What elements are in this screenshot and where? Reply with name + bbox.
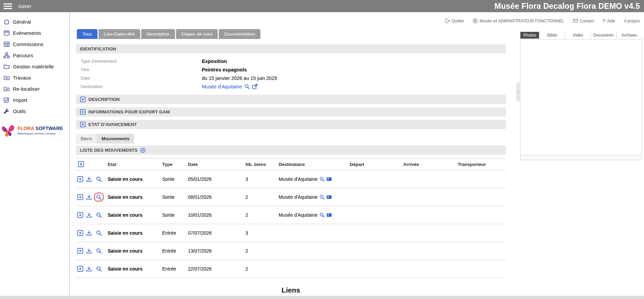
add-row-icon[interactable] [78,161,84,167]
topbar-menu-gerer[interactable]: Gérer [18,3,31,9]
cell-date: 22/07/2026 [188,266,245,272]
search-icon[interactable] [319,212,325,218]
sidebar: Général Evènements Commissions Parcours … [0,12,70,296]
view-search-icon[interactable] [95,265,103,273]
media-viewer [520,39,642,155]
field-value: Peintres espagnols [202,67,247,72]
collapsed-sections: DESCRIPTION INFORMATIONS POUR EXPORT GAM… [76,95,506,129]
hamburger-menu-icon[interactable] [3,3,12,9]
tab[interactable]: Documentation [219,29,260,39]
external-link-icon[interactable] [252,84,258,89]
field-row-type: Type d'évènement Exposition [76,57,506,65]
about-button[interactable]: A propos [624,19,640,23]
view-search-icon[interactable] [95,229,103,237]
import-icon[interactable] [86,176,92,182]
column-header: Transporteur [458,162,506,167]
subtabs: Biens Mouvements [76,134,506,144]
horizontal-scrollbar[interactable] [0,296,644,299]
subtab-label: Biens [81,136,92,141]
media-tab[interactable]: Archives [616,32,642,39]
sidebar-item-label: Evènements [13,30,41,36]
card-icon[interactable] [326,194,332,200]
sidebar-item-commissions[interactable]: Commissions [0,39,69,50]
add-icon[interactable] [77,212,83,218]
add-icon[interactable] [77,194,83,200]
user-menu[interactable]: Musée v4 ADMINISTRATEUR FONCTIONNEL [473,18,564,23]
sidebar-item-parcours[interactable]: Parcours [0,50,69,61]
card-icon[interactable] [326,212,332,218]
sidebar-item-label: Gestion matérielle [13,64,54,69]
logo-tagline: Bibliothèques | Archives | Musées [18,132,63,135]
media-tab-label: Biblio [547,33,557,38]
field-label: Date [76,76,202,81]
view-search-icon[interactable] [95,211,103,219]
collapsed-section-bar[interactable]: INFORMATIONS POUR EXPORT GAM [76,107,506,116]
search-icon[interactable] [319,176,325,182]
tab[interactable]: Lieu-Dates-Mvt [99,29,141,39]
import-icon[interactable] [86,230,92,236]
flora-logo: FLORA SOFTWARE Bibliothèques | Archives … [0,122,69,138]
column-header: Etat [108,162,162,167]
add-icon[interactable] [77,230,83,236]
sidebar-item-gestion-materielle[interactable]: Gestion matérielle [0,61,69,72]
calendar-icon [3,30,10,36]
search-icon[interactable] [244,84,250,89]
add-icon[interactable] [77,176,83,182]
destination-link[interactable]: Musée d'Aquitaine [202,84,242,89]
media-tab[interactable]: Documents [591,32,616,39]
collapsed-section-bar[interactable]: ETAT D'AVANCEMENT [76,120,506,129]
utility-bar: Quitter Musée v4 ADMINISTRATEUR FONCTION… [445,18,640,23]
sidebar-item-import[interactable]: Import [0,94,69,106]
media-tab[interactable]: Biblio [539,32,565,39]
import-icon[interactable] [86,212,92,218]
sidebar-item-outils[interactable]: Outils [0,106,69,117]
tab[interactable]: Description [141,29,175,39]
cell-etat: Saisie en cours [108,194,162,200]
view-search-icon[interactable] [95,175,103,183]
main-blocks: IDENTIFICATION Type d'évènement Expositi… [76,44,506,294]
check-square-icon [3,97,10,103]
field-label: Destination [76,84,202,89]
add-movement-icon[interactable] [140,148,146,153]
tab[interactable]: Tous [77,29,98,39]
sidebar-item-general[interactable]: Général [0,16,69,27]
sidebar-item-label: Général [13,19,31,25]
cell-nb-biens: 2 [245,248,279,254]
contact-button[interactable]: Contact [573,18,594,23]
cell-etat: Saisie en cours [108,230,162,236]
quit-button[interactable]: Quitter [445,18,464,23]
field-row-date: Date du 15 janvier 2026 au 15 juin 2025 [76,74,506,82]
tab-label: Tous [82,31,92,37]
import-icon[interactable] [86,194,92,200]
view-search-icon[interactable] [95,247,103,255]
view-search-icon[interactable] [95,193,103,201]
media-tab[interactable]: Photos [520,32,539,39]
identification-fields: Type d'évènement Exposition Titre Peintr… [76,54,506,95]
card-icon[interactable] [326,176,332,182]
cell-date: 08/01/2026 [188,194,245,200]
collapsed-section-bar[interactable]: DESCRIPTION [76,95,506,104]
subtab[interactable]: Mouvements [97,134,134,144]
expand-plus-icon[interactable] [80,97,86,102]
sidebar-item-travaux[interactable]: Travaux [0,72,69,83]
main-content: Quitter Musée v4 ADMINISTRATEUR FONCTION… [70,12,644,296]
field-label: Type d'évènement [76,59,202,64]
help-button[interactable]: ? Aide [603,18,615,23]
add-icon[interactable] [77,248,83,254]
media-tab[interactable]: Vidéo [565,32,591,39]
sitemap-icon [3,52,10,59]
search-icon[interactable] [319,194,325,200]
import-icon[interactable] [86,248,92,254]
import-icon[interactable] [86,266,92,272]
sidebar-item-re-localiser[interactable]: Re-localiser [0,83,69,94]
expand-plus-icon[interactable] [80,109,86,115]
media-tab-label: Photos [523,33,536,38]
cell-type: Entrée [162,266,188,272]
subtab[interactable]: Biens [76,134,97,144]
sidebar-item-evenements[interactable]: Evènements [0,27,69,39]
field-label: Titre [76,67,202,72]
add-icon[interactable] [77,266,83,272]
tab-label: Documentation [224,31,255,37]
tab[interactable]: Etapes de suivi [176,29,218,39]
expand-plus-icon[interactable] [80,122,86,127]
